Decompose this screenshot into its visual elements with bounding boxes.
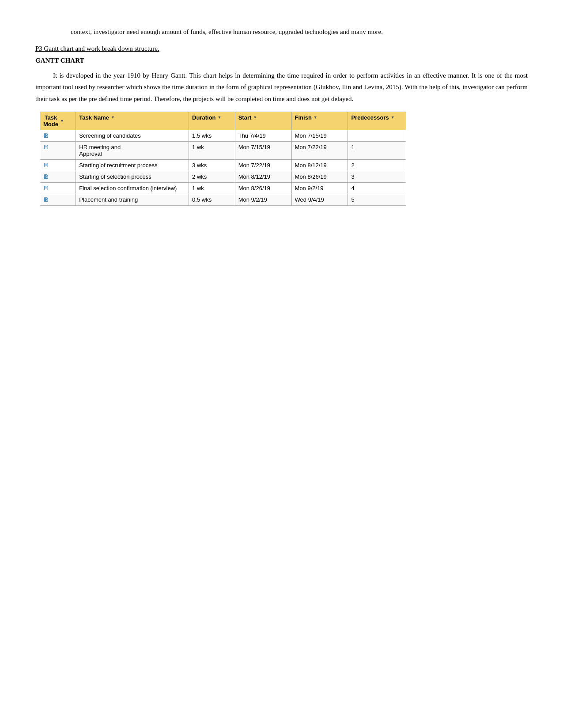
- table-row: 🖹 HR meeting and Approval1 wkMon 7/15/19…: [40, 141, 406, 159]
- cell-predecessors: 5: [348, 194, 406, 205]
- section-heading: P3 Gantt chart and work break down struc…: [35, 45, 528, 53]
- cell-start: Mon 8/12/19: [235, 171, 291, 182]
- table-row: 🖹 Placement and training0.5 wksMon 9/2/1…: [40, 194, 406, 205]
- cell-predecessors: 2: [348, 159, 406, 171]
- cell-predecessors: 3: [348, 171, 406, 182]
- cell-predecessors: 4: [348, 182, 406, 194]
- col-header-duration[interactable]: Duration ▼: [189, 112, 235, 130]
- cell-start: Mon 7/15/19: [235, 141, 291, 159]
- cell-start: Mon 8/26/19: [235, 182, 291, 194]
- task-mode-icon: 🖹: [43, 174, 49, 180]
- cell-finish: Mon 8/12/19: [291, 159, 348, 171]
- cell-task-name: Placement and training: [76, 194, 189, 205]
- duration-sort-arrow[interactable]: ▼: [218, 115, 222, 120]
- start-header-label: Start: [238, 114, 252, 121]
- predecessors-header-label: Predecessors: [351, 114, 389, 121]
- cell-task-name: Starting of recruitment process: [76, 159, 189, 171]
- col-header-task-mode[interactable]: TaskMode ▼: [40, 112, 76, 130]
- intro-paragraph: context, investigator need enough amount…: [71, 26, 528, 37]
- body-paragraph: It is developed in the year 1910 by Henr…: [35, 70, 528, 105]
- col-header-predecessors[interactable]: Predecessors ▼: [348, 112, 406, 130]
- gantt-chart-title: GANTT CHART: [35, 57, 528, 64]
- task-mode-sort-arrow[interactable]: ▼: [60, 119, 64, 123]
- cell-start: Mon 9/2/19: [235, 194, 291, 205]
- duration-header-label: Duration: [192, 114, 215, 121]
- cell-duration: 1 wk: [189, 182, 235, 194]
- task-mode-icon: 🖹: [43, 185, 49, 191]
- table-row: 🖹 Starting of selection process2 wksMon …: [40, 171, 406, 182]
- cell-start: Thu 7/4/19: [235, 130, 291, 141]
- task-mode-icon: 🖹: [43, 144, 49, 150]
- cell-task-mode: 🖹: [40, 141, 76, 159]
- cell-task-mode: 🖹: [40, 194, 76, 205]
- col-header-task-name[interactable]: Task Name ▼: [76, 112, 189, 130]
- cell-task-mode: 🖹: [40, 182, 76, 194]
- gantt-table-wrapper: TaskMode ▼ Task Name ▼ Duration ▼: [40, 112, 528, 206]
- col-header-finish[interactable]: Finish ▼: [291, 112, 348, 130]
- col-header-start[interactable]: Start ▼: [235, 112, 291, 130]
- cell-duration: 1.5 wks: [189, 130, 235, 141]
- finish-header-label: Finish: [295, 114, 312, 121]
- cell-task-name: HR meeting and Approval: [76, 141, 189, 159]
- cell-duration: 2 wks: [189, 171, 235, 182]
- cell-task-mode: 🖹: [40, 130, 76, 141]
- cell-finish: Mon 7/22/19: [291, 141, 348, 159]
- start-sort-arrow[interactable]: ▼: [253, 115, 257, 120]
- table-row: 🖹 Starting of recruitment process3 wksMo…: [40, 159, 406, 171]
- cell-finish: Mon 8/26/19: [291, 171, 348, 182]
- task-mode-icon: 🖹: [43, 197, 49, 203]
- cell-duration: 0.5 wks: [189, 194, 235, 205]
- cell-task-name: Starting of selection process: [76, 171, 189, 182]
- intro-text: context, investigator need enough amount…: [71, 28, 383, 35]
- finish-sort-arrow[interactable]: ▼: [314, 115, 317, 120]
- predecessors-sort-arrow[interactable]: ▼: [391, 115, 395, 120]
- cell-duration: 1 wk: [189, 141, 235, 159]
- gantt-table: TaskMode ▼ Task Name ▼ Duration ▼: [40, 112, 406, 206]
- cell-task-name: Final selection confirmation (interview): [76, 182, 189, 194]
- table-row: 🖹 Final selection confirmation (intervie…: [40, 182, 406, 194]
- task-name-header-label: Task Name: [79, 114, 109, 121]
- task-name-sort-arrow[interactable]: ▼: [111, 115, 115, 120]
- cell-finish: Mon 7/15/19: [291, 130, 348, 141]
- cell-finish: Mon 9/2/19: [291, 182, 348, 194]
- cell-predecessors: [348, 130, 406, 141]
- cell-finish: Wed 9/4/19: [291, 194, 348, 205]
- table-row: 🖹 Screening of candidates1.5 wksThu 7/4/…: [40, 130, 406, 141]
- cell-start: Mon 7/22/19: [235, 159, 291, 171]
- cell-task-mode: 🖹: [40, 171, 76, 182]
- cell-task-mode: 🖹: [40, 159, 76, 171]
- cell-duration: 3 wks: [189, 159, 235, 171]
- cell-predecessors: 1: [348, 141, 406, 159]
- task-mode-header-label: TaskMode: [43, 114, 58, 128]
- cell-task-name: Screening of candidates: [76, 130, 189, 141]
- task-mode-icon: 🖹: [43, 162, 49, 168]
- task-mode-icon: 🖹: [43, 133, 49, 139]
